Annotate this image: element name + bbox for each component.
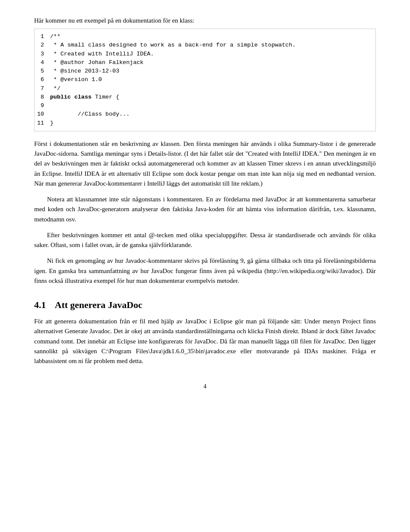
paragraph-1: Först i dokumentationen står en beskrivn… [34,139,376,189]
line-content: * @since 2013-12-03 [50,67,375,76]
section-paragraph-1: För att generera dokumentation från er f… [34,317,376,366]
line-content [50,102,375,110]
code-line: 7 */ [35,84,375,93]
page-number: 4 [34,383,376,390]
code-line: 2 * A small class designed to work as a … [35,41,375,49]
paragraph-4: Ni fick en genomgång av hur Javadoc-komm… [34,256,376,286]
line-number: 1 [35,32,50,41]
code-table: 1/**2 * A small class designed to work a… [35,32,375,128]
paragraph-2: Notera att klassnamnet inte står någonst… [34,195,376,224]
code-line: 10 //Class body... [35,110,375,119]
line-content: * @version 1.0 [50,76,375,84]
line-number: 6 [35,76,50,84]
line-content: * @author Johan Falkenjack [50,58,375,67]
line-number: 10 [35,110,50,119]
line-number: 4 [35,58,50,67]
line-content: * Created with IntelliJ IDEA. [50,50,375,58]
code-line: 11} [35,119,375,128]
line-number: 8 [35,93,50,102]
line-content: /** [50,32,375,41]
code-line: 3 * Created with IntelliJ IDEA. [35,50,375,58]
line-number: 11 [35,119,50,128]
line-number: 2 [35,41,50,49]
code-line: 9 [35,102,375,110]
line-number: 9 [35,102,50,110]
code-line: 8public class Timer { [35,93,375,102]
line-content: */ [50,84,375,93]
line-content: //Class body... [50,110,375,119]
code-block: 1/**2 * A small class designed to work a… [34,29,376,131]
line-number: 3 [35,50,50,58]
section-title: Att generera JavaDoc [55,299,142,310]
line-content: public class Timer { [50,93,375,102]
line-number: 7 [35,84,50,93]
section-heading: 4.1 Att generera JavaDoc [34,299,376,311]
section-number: 4.1 [34,299,46,310]
line-content: * A small class designed to work as a ba… [50,41,375,49]
code-line: 4 * @author Johan Falkenjack [35,58,375,67]
code-line: 5 * @since 2013-12-03 [35,67,375,76]
intro-heading: Här kommer nu ett exempel på en dokument… [34,17,376,24]
line-content: } [50,119,375,128]
line-number: 5 [35,67,50,76]
code-line: 6 * @version 1.0 [35,76,375,84]
code-line: 1/** [35,32,375,41]
paragraph-3: Efter beskrivningen kommer ett antal @-t… [34,230,376,250]
